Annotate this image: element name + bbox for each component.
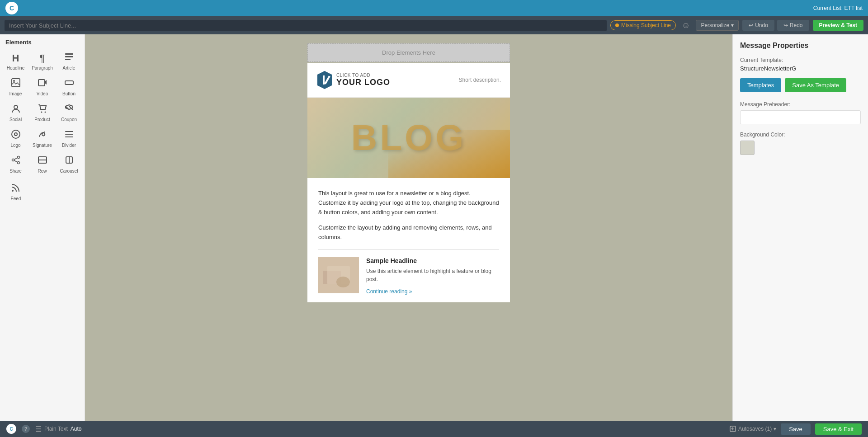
svg-point-9 — [44, 112, 46, 113]
preheader-input[interactable] — [740, 110, 861, 124]
help-icon[interactable]: ? — [22, 425, 30, 433]
button-icon — [64, 78, 74, 90]
svg-point-16 — [12, 159, 14, 161]
element-coupon-label: Coupon — [61, 117, 77, 122]
svg-point-11 — [14, 133, 17, 136]
element-feed-label: Feed — [11, 196, 21, 201]
save-button[interactable]: Save — [781, 423, 811, 435]
email-canvas: Drop Elements Here CLICK TO ADD Y — [85, 34, 732, 421]
logo-icon — [11, 129, 21, 141]
svg-point-28 — [336, 277, 350, 287]
svg-point-17 — [17, 162, 19, 164]
element-button[interactable]: Button — [56, 74, 82, 99]
element-feed[interactable]: Feed — [3, 179, 29, 204]
row-icon — [38, 155, 47, 167]
element-video[interactable]: Video — [29, 74, 55, 99]
svg-rect-6 — [65, 81, 73, 85]
email-blog-image[interactable]: BLOG — [307, 98, 510, 178]
undo-redo-group: ↩ Undo ↪ Redo — [742, 20, 809, 31]
email-body-section[interactable]: This layout is great to use for a newsle… — [307, 178, 510, 302]
article-headline: Sample Headline — [366, 257, 499, 264]
templates-button[interactable]: Templates — [740, 78, 781, 92]
element-share[interactable]: Share — [3, 151, 28, 176]
element-article-label: Article — [63, 66, 75, 70]
element-logo[interactable]: Logo — [3, 126, 28, 150]
article-thumbnail — [318, 257, 359, 293]
missing-dot — [615, 23, 619, 27]
bottom-left-group: C ? ☰ Plain Text Auto — [6, 424, 82, 434]
element-product[interactable]: Product — [29, 100, 55, 125]
share-icon — [11, 155, 21, 167]
personalize-button[interactable]: Personalize ▾ — [696, 20, 739, 31]
element-social[interactable]: Social — [3, 100, 28, 125]
redo-button[interactable]: ↪ Redo — [777, 20, 809, 31]
current-template-label: Current Template: — [740, 57, 861, 63]
email-article-row[interactable]: Sample Headline Use this article element… — [318, 257, 499, 295]
product-icon — [38, 103, 47, 116]
blog-text-overlay: BLOG — [351, 117, 466, 159]
autosaves-indicator[interactable]: Autosaves (1) ▾ — [729, 425, 776, 432]
email-short-description: Short description. — [459, 77, 501, 83]
save-exit-button[interactable]: Save & Exit — [815, 423, 862, 435]
article-description: Use this article element to highlight a … — [366, 267, 499, 283]
element-article[interactable]: Article — [56, 48, 82, 73]
feed-icon — [11, 183, 21, 195]
bg-color-swatch[interactable] — [740, 141, 755, 155]
emoji-button[interactable]: ☺ — [679, 20, 692, 31]
app-logo: C — [5, 2, 18, 14]
element-divider-label: Divider — [62, 143, 76, 148]
elements-grid: H Headline ¶ Paragraph Article Image — [0, 48, 85, 179]
top-navigation-bar: C Current List: ETT list — [0, 0, 868, 16]
video-icon — [38, 78, 47, 90]
element-image-label: Image — [9, 91, 22, 96]
subject-line-input[interactable] — [5, 20, 607, 31]
undo-button[interactable]: ↩ Undo — [742, 20, 774, 31]
element-signature[interactable]: Signature — [29, 126, 55, 150]
svg-rect-13 — [65, 134, 73, 135]
element-paragraph-label: Paragraph — [32, 66, 53, 70]
preview-test-button[interactable]: Preview & Test — [813, 20, 863, 31]
feed-row: Feed — [0, 179, 85, 207]
element-row[interactable]: Row — [29, 151, 55, 176]
element-divider[interactable]: Divider — [56, 126, 82, 150]
right-properties-panel: Message Properties Current Template: Str… — [732, 34, 868, 421]
element-coupon[interactable]: Coupon — [56, 100, 82, 125]
continue-reading-link[interactable]: Continue reading » — [366, 288, 412, 295]
email-divider — [318, 249, 499, 250]
signature-icon — [38, 129, 47, 141]
save-as-template-button[interactable]: Save As Template — [785, 78, 846, 92]
element-carousel[interactable]: Carousel — [56, 151, 82, 176]
element-headline[interactable]: H Headline — [3, 48, 28, 73]
current-template-name: StructureNewsletterG — [740, 65, 861, 72]
email-header-section[interactable]: CLICK TO ADD YOUR LOGO Short description… — [307, 63, 510, 98]
svg-point-4 — [13, 80, 15, 82]
missing-subject-badge: Missing Subject Line — [610, 20, 676, 30]
carousel-icon — [64, 155, 74, 167]
svg-rect-23 — [323, 75, 325, 85]
headline-icon: H — [12, 52, 19, 64]
drop-zone[interactable]: Drop Elements Here — [307, 43, 510, 62]
element-carousel-label: Carousel — [60, 169, 78, 174]
email-body-paragraph1: This layout is great to use for a newsle… — [318, 189, 499, 217]
email-logo-text: CLICK TO ADD YOUR LOGO — [336, 73, 390, 87]
email-preview[interactable]: CLICK TO ADD YOUR LOGO Short description… — [307, 63, 510, 302]
svg-rect-3 — [12, 79, 20, 87]
element-product-label: Product — [34, 117, 50, 122]
preheader-label: Message Preheader: — [740, 101, 861, 108]
elements-header: Elements — [0, 34, 85, 48]
element-signature-label: Signature — [33, 143, 52, 148]
auto-label: Auto — [71, 426, 82, 432]
svg-rect-12 — [65, 131, 73, 132]
plain-text-area[interactable]: ☰ Plain Text Auto — [35, 425, 82, 433]
svg-point-22 — [12, 190, 14, 192]
article-content: Sample Headline Use this article element… — [366, 257, 499, 295]
email-logo-shape — [316, 70, 333, 90]
bottom-right-group: Autosaves (1) ▾ Save Save & Exit — [729, 423, 862, 435]
element-image[interactable]: Image — [3, 74, 28, 99]
subject-line-bar: Missing Subject Line ☺ Personalize ▾ ↩ U… — [0, 16, 868, 34]
element-paragraph[interactable]: ¶ Paragraph — [29, 48, 55, 73]
element-video-label: Video — [37, 91, 48, 96]
svg-point-15 — [17, 156, 19, 159]
element-button-label: Button — [62, 91, 75, 96]
divider-icon — [64, 129, 74, 141]
